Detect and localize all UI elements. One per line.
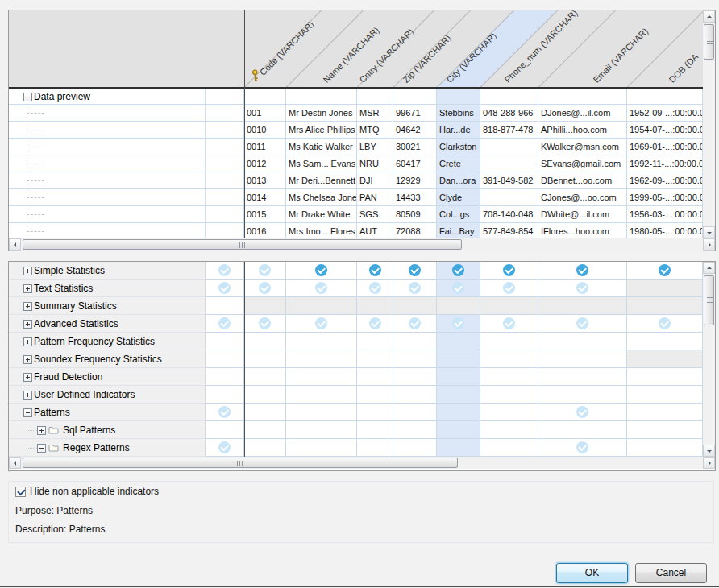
indicator-cell-code[interactable]: [244, 368, 286, 386]
indicator-cell-email[interactable]: [538, 386, 627, 404]
indicator-cell-zip[interactable]: [393, 333, 437, 350]
indicator-cell-cntry[interactable]: [357, 297, 393, 315]
collapse-expander-icon[interactable]: [23, 93, 32, 101]
indicator-cell-name[interactable]: [286, 280, 357, 297]
indicator-cell-email[interactable]: [538, 350, 627, 368]
indicator-cell-name[interactable]: [286, 421, 357, 439]
indicator-cell-code[interactable]: [244, 262, 286, 280]
plus-expander-icon[interactable]: [37, 426, 46, 435]
minus-expander-icon[interactable]: [37, 444, 46, 453]
indicator-cell-rowcheck[interactable]: [206, 280, 244, 297]
indicator-cell-phone[interactable]: [480, 280, 538, 297]
indicator-cell-name[interactable]: [286, 315, 357, 333]
data-row[interactable]: 0015Mr Drake WhiteSGS80509Col...gs708-14…: [9, 206, 703, 223]
indicator-cell-dob[interactable]: [627, 297, 703, 315]
indicator-cell-rowcheck[interactable]: [206, 404, 244, 421]
indicator-cell-name[interactable]: [286, 439, 357, 457]
indicator-cell-cntry[interactable]: [357, 439, 393, 457]
scroll-up-arrow[interactable]: [703, 10, 715, 23]
indicator-cell-dob[interactable]: [627, 262, 703, 280]
indicator-cell-dob[interactable]: [627, 386, 703, 404]
data-row[interactable]: 0010Mrs Alice PhillipsMTQ04642Har...de81…: [9, 122, 703, 139]
plus-expander-icon[interactable]: [23, 373, 32, 382]
indicator-cell-rowcheck[interactable]: [206, 421, 244, 439]
indicator-cell-code[interactable]: [244, 280, 286, 297]
data-row[interactable]: 0013Mr Deri...BennettDJI12929Dan...ora39…: [9, 172, 703, 189]
indicator-cell-dob[interactable]: [627, 315, 703, 333]
minus-expander-icon[interactable]: [23, 408, 32, 417]
indicator-cell-city[interactable]: [437, 439, 480, 457]
indicator-cell-rowcheck[interactable]: [206, 368, 244, 386]
indicator-cell-cntry[interactable]: [357, 386, 393, 404]
indicator-cell-zip[interactable]: [393, 439, 437, 457]
scroll-right-arrow[interactable]: [703, 238, 715, 251]
indicator-cell-code[interactable]: [244, 386, 286, 404]
indicator-cell-phone[interactable]: [480, 262, 538, 280]
plus-expander-icon[interactable]: [23, 320, 32, 329]
indicator-cell-zip[interactable]: [393, 315, 437, 333]
indicator-cell-rowcheck[interactable]: [206, 350, 244, 368]
indicator-cell-cntry[interactable]: [357, 350, 393, 368]
plus-expander-icon[interactable]: [23, 302, 32, 311]
scrollbar-thumb[interactable]: [23, 239, 462, 250]
indicator-cell-phone[interactable]: [480, 297, 538, 315]
indicator-cell-dob[interactable]: [627, 350, 703, 368]
scroll-left-arrow[interactable]: [9, 238, 21, 251]
indicator-cell-cntry[interactable]: [357, 315, 393, 333]
indicator-cell-zip[interactable]: [393, 368, 437, 386]
data-row[interactable]: 0014Ms Chelsea JonesPAN14433ClydeCJones@…: [9, 189, 703, 206]
indicator-cell-cntry[interactable]: [357, 280, 393, 297]
indicator-cell-phone[interactable]: [480, 315, 538, 333]
indicator-cell-name[interactable]: [286, 262, 357, 280]
indicator-cell-email[interactable]: [538, 333, 627, 350]
scroll-up-arrow[interactable]: [703, 262, 715, 274]
indicator-cell-code[interactable]: [244, 315, 286, 333]
scrollbar-thumb[interactable]: [23, 458, 458, 468]
indicator-cell-zip[interactable]: [393, 421, 437, 439]
indicator-cell-rowcheck[interactable]: [206, 262, 244, 280]
preview-vertical-scrollbar[interactable]: [703, 10, 715, 238]
indicator-cell-phone[interactable]: [480, 386, 538, 404]
indicator-cell-city[interactable]: [437, 404, 480, 421]
indicator-cell-email[interactable]: [538, 297, 627, 315]
indicator-cell-zip[interactable]: [393, 280, 437, 297]
indicator-cell-email[interactable]: [538, 262, 627, 280]
indicator-cell-cntry[interactable]: [357, 262, 393, 280]
tree-root-row[interactable]: Data preview: [9, 89, 703, 105]
indicator-cell-code[interactable]: [244, 297, 286, 315]
indicator-cell-name[interactable]: [286, 297, 357, 315]
scroll-left-arrow[interactable]: [9, 457, 21, 469]
plus-expander-icon[interactable]: [23, 337, 32, 346]
indicator-cell-city[interactable]: [437, 262, 480, 280]
indicator-cell-code[interactable]: [244, 350, 286, 368]
indicator-cell-zip[interactable]: [393, 262, 437, 280]
indicator-cell-email[interactable]: [538, 404, 627, 421]
indicator-cell-phone[interactable]: [480, 333, 538, 350]
indicator-cell-code[interactable]: [244, 333, 286, 350]
indicator-cell-city[interactable]: [437, 368, 480, 386]
data-row[interactable]: 0012Ms Sam... EvansNRU60417CreteSEvans@g…: [9, 155, 703, 172]
indicator-cell-name[interactable]: [286, 368, 357, 386]
indicator-cell-dob[interactable]: [627, 439, 703, 457]
indicator-cell-zip[interactable]: [393, 404, 437, 421]
indicator-cell-cntry[interactable]: [357, 368, 393, 386]
cancel-button[interactable]: Cancel: [635, 563, 707, 583]
data-row[interactable]: 0016Mrs Imo... FloresAUT72088Fai...Bay57…: [9, 223, 703, 238]
scroll-down-arrow[interactable]: [703, 226, 715, 238]
scroll-right-arrow[interactable]: [703, 457, 715, 469]
indicator-cell-city[interactable]: [437, 280, 480, 297]
preview-horizontal-scrollbar[interactable]: [9, 238, 715, 251]
plus-expander-icon[interactable]: [23, 284, 32, 293]
indicator-cell-dob[interactable]: [627, 333, 703, 350]
hide-non-applicable-checkbox[interactable]: [15, 487, 26, 497]
indicator-cell-rowcheck[interactable]: [206, 297, 244, 315]
data-row[interactable]: 001Mr Destin JonesMSR99671Stebbins048-28…: [9, 105, 703, 122]
indicator-cell-dob[interactable]: [627, 280, 703, 297]
indicator-cell-email[interactable]: [538, 368, 627, 386]
indicator-cell-city[interactable]: [437, 297, 480, 315]
plus-expander-icon[interactable]: [23, 355, 32, 364]
indicator-cell-phone[interactable]: [480, 350, 538, 368]
indicator-cell-dob[interactable]: [627, 368, 703, 386]
indicator-cell-city[interactable]: [437, 350, 480, 368]
scroll-down-arrow[interactable]: [703, 445, 715, 457]
